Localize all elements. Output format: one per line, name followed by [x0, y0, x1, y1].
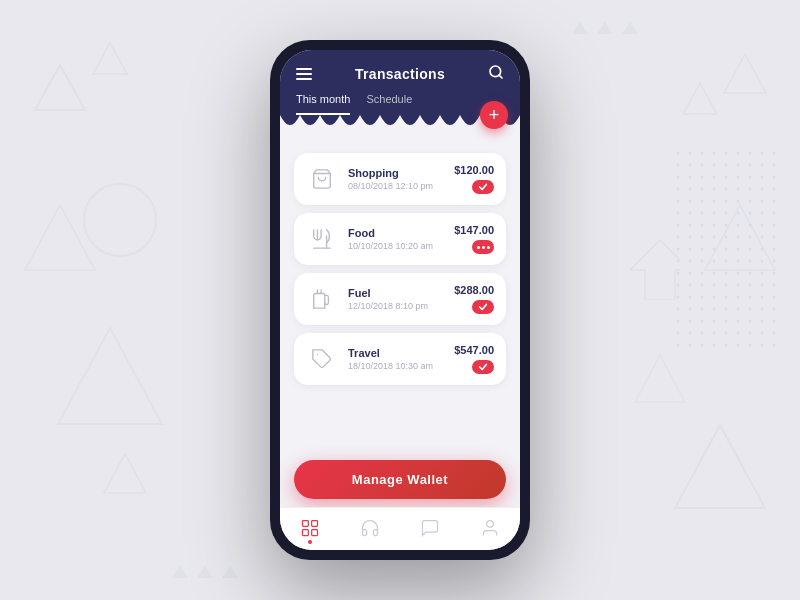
svg-rect-32 — [312, 530, 318, 536]
fuel-icon — [306, 283, 338, 315]
food-info: Food 10/10/2018 10:20 am — [348, 227, 444, 251]
shopping-right: $120.00 — [454, 164, 494, 194]
phone-screen: Transactions This month Schedule + — [280, 50, 520, 550]
svg-marker-13 — [172, 566, 188, 578]
bottom-navigation — [280, 507, 520, 550]
fuel-amount: $288.00 — [454, 284, 494, 296]
transaction-card-shopping: Shopping 08/10/2018 12:10 pm $120.00 — [294, 153, 506, 205]
triangle-decor-6 — [720, 50, 770, 100]
phone-frame: Transactions This month Schedule + — [270, 40, 530, 560]
food-right: $147.00 — [454, 224, 494, 254]
svg-marker-6 — [683, 83, 717, 114]
svg-rect-30 — [312, 521, 318, 527]
triangle-decor-3 — [20, 200, 100, 280]
content-area: Shopping 08/10/2018 12:10 pm $120.00 — [280, 137, 520, 450]
triangle-decor-top-1 — [620, 20, 640, 36]
triangle-decor-10 — [670, 420, 770, 520]
fuel-right: $288.00 — [454, 284, 494, 314]
nav-chat[interactable] — [420, 518, 440, 538]
svg-marker-4 — [104, 454, 146, 493]
svg-marker-9 — [675, 425, 765, 508]
tab-this-month[interactable]: This month — [296, 93, 350, 115]
triangle-decor-7 — [680, 80, 720, 120]
transaction-card-travel: Travel 18/10/2018 10:30 am $547.00 — [294, 333, 506, 385]
travel-amount: $547.00 — [454, 344, 494, 356]
plus-icon: + — [489, 106, 500, 124]
triangle-decor-bot-3 — [220, 564, 240, 580]
svg-marker-15 — [222, 566, 238, 578]
travel-right: $547.00 — [454, 344, 494, 374]
food-icon — [306, 223, 338, 255]
page-title: Transactions — [355, 66, 445, 82]
triangle-decor-1 — [30, 60, 90, 120]
svg-rect-17 — [675, 150, 785, 350]
triangle-decor-4 — [50, 320, 170, 440]
menu-icon[interactable] — [296, 68, 312, 80]
svg-marker-19 — [630, 240, 680, 300]
svg-marker-12 — [572, 22, 588, 34]
travel-name: Travel — [348, 347, 444, 359]
fuel-name: Fuel — [348, 287, 444, 299]
food-date: 10/10/2018 10:20 am — [348, 241, 444, 251]
svg-line-21 — [499, 75, 502, 78]
nav-active-indicator — [308, 540, 312, 544]
travel-date: 18/10/2018 10:30 am — [348, 361, 444, 371]
triangle-decor-bot-2 — [195, 564, 215, 580]
triangle-decor-bot-1 — [170, 564, 190, 580]
triangle-decor-5 — [100, 450, 150, 500]
svg-marker-8 — [635, 355, 685, 402]
header-tabs: This month Schedule — [296, 93, 504, 115]
svg-marker-10 — [622, 22, 638, 34]
svg-point-18 — [84, 184, 156, 256]
circle-decor — [80, 180, 160, 260]
shopping-name: Shopping — [348, 167, 444, 179]
nav-profile[interactable] — [480, 518, 500, 538]
food-status-badge — [472, 240, 494, 254]
tab-schedule[interactable]: Schedule — [366, 93, 412, 115]
svg-marker-5 — [724, 54, 766, 93]
svg-rect-31 — [303, 530, 309, 536]
triangle-decor-8 — [700, 200, 780, 280]
shopping-icon — [306, 163, 338, 195]
fuel-date: 12/10/2018 8:10 pm — [348, 301, 444, 311]
triangle-decor-2 — [90, 40, 130, 80]
nav-transactions[interactable] — [300, 518, 320, 538]
search-icon[interactable] — [488, 64, 504, 83]
triangle-decor-9 — [630, 350, 690, 410]
svg-marker-7 — [705, 205, 775, 270]
dots-indicator — [477, 246, 490, 249]
shopping-date: 08/10/2018 12:10 pm — [348, 181, 444, 191]
transaction-card-fuel: Fuel 12/10/2018 8:10 pm $288.00 — [294, 273, 506, 325]
dot-grid — [675, 150, 785, 350]
shopping-status-badge — [472, 180, 494, 194]
transaction-card-food: Food 10/10/2018 10:20 am $147.00 — [294, 213, 506, 265]
fuel-status-badge — [472, 300, 494, 314]
svg-marker-0 — [35, 65, 85, 110]
arrow-decor — [630, 240, 680, 300]
svg-marker-2 — [25, 205, 95, 270]
food-amount: $147.00 — [454, 224, 494, 236]
travel-status-badge — [472, 360, 494, 374]
travel-info: Travel 18/10/2018 10:30 am — [348, 347, 444, 371]
svg-marker-11 — [597, 22, 613, 34]
travel-icon — [306, 343, 338, 375]
nav-support[interactable] — [360, 518, 380, 538]
add-transaction-button[interactable]: + — [480, 101, 508, 129]
svg-marker-14 — [197, 566, 213, 578]
app-header: Transactions This month Schedule + — [280, 50, 520, 115]
food-name: Food — [348, 227, 444, 239]
triangle-decor-top-2 — [595, 20, 615, 36]
svg-point-33 — [487, 521, 494, 528]
svg-marker-1 — [93, 43, 127, 74]
shopping-info: Shopping 08/10/2018 12:10 pm — [348, 167, 444, 191]
header-top-bar: Transactions — [296, 64, 504, 83]
triangle-decor-top-3 — [570, 20, 590, 36]
manage-wallet-button[interactable]: Manage Wallet — [294, 460, 506, 499]
svg-rect-29 — [303, 521, 309, 527]
shopping-amount: $120.00 — [454, 164, 494, 176]
svg-marker-3 — [58, 328, 162, 424]
fuel-info: Fuel 12/10/2018 8:10 pm — [348, 287, 444, 311]
